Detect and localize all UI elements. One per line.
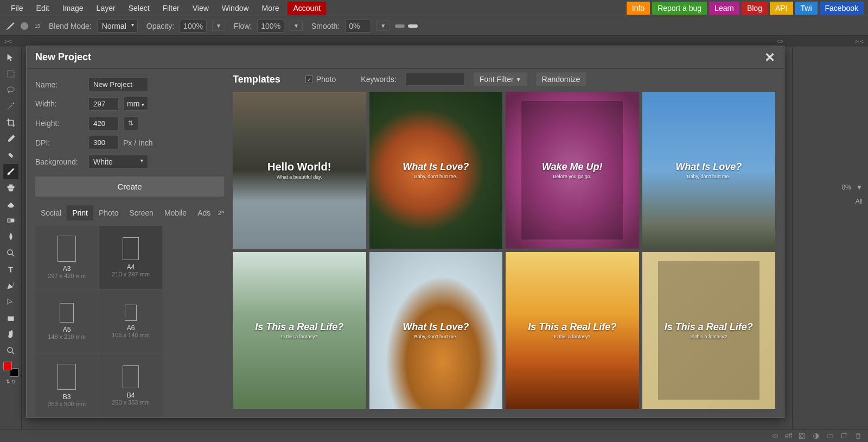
type-tool[interactable]: T xyxy=(3,262,18,277)
new-layer-icon[interactable] xyxy=(840,432,848,440)
link-info[interactable]: Info xyxy=(627,2,650,15)
blur-tool[interactable] xyxy=(3,229,18,244)
menu-filter[interactable]: Filter xyxy=(156,1,186,16)
folder-icon[interactable] xyxy=(826,432,834,440)
menu-select[interactable]: Select xyxy=(122,1,156,16)
template-card[interactable]: Wake Me Up!Before you go go. xyxy=(506,92,639,249)
template-card[interactable]: What Is Love?Baby, don't hurt me. xyxy=(369,252,503,409)
brush-tool-icon[interactable] xyxy=(4,21,15,31)
template-overlay: Is This a Real Life?Is this a fantasy? xyxy=(642,252,776,409)
menu-image[interactable]: Image xyxy=(56,1,90,16)
link-report-bug[interactable]: Report a bug xyxy=(652,2,707,15)
template-card[interactable]: Is This a Real Life?Is this a fantasy? xyxy=(506,252,639,409)
smooth-value[interactable]: 0% xyxy=(345,20,371,33)
font-filter-button[interactable]: Font Filter ▼ xyxy=(474,72,527,86)
eyedropper-tool[interactable] xyxy=(3,131,18,147)
link-api[interactable]: API xyxy=(770,2,793,15)
opacity-value[interactable]: 100% xyxy=(180,20,207,33)
template-subtitle: Is this a fantasy? xyxy=(665,334,753,339)
clone-stamp-tool[interactable] xyxy=(3,180,18,195)
svg-text:T: T xyxy=(8,266,12,274)
photo-checkbox-label: Photo xyxy=(316,75,336,84)
height-input[interactable] xyxy=(88,117,119,130)
dodge-tool[interactable] xyxy=(3,245,18,261)
menu-layer[interactable]: Layer xyxy=(90,1,122,16)
template-card[interactable]: What Is Love?Baby, don't hurt me. xyxy=(369,92,503,249)
unit-select[interactable]: mm xyxy=(123,97,148,111)
heal-tool[interactable] xyxy=(3,148,18,163)
menu-more[interactable]: More xyxy=(256,1,286,16)
photo-checkbox[interactable]: ✓ Photo xyxy=(305,75,336,84)
keywords-input[interactable] xyxy=(405,73,465,86)
link-blog[interactable]: Blog xyxy=(742,2,768,15)
adjustment-layer-icon[interactable] xyxy=(812,432,820,440)
preset-a3[interactable]: A3297 x 420 mm xyxy=(35,226,98,289)
hand-tool[interactable] xyxy=(3,327,18,342)
template-card[interactable]: What Is Love?Baby, don't hurt me. xyxy=(642,92,776,249)
menu-window[interactable]: Window xyxy=(215,1,256,16)
preset-b3[interactable]: B3353 x 500 mm xyxy=(35,354,98,417)
template-card[interactable]: Is This a Real Life?Is this a fantasy? xyxy=(233,252,366,409)
brush-preview-dot[interactable] xyxy=(21,22,28,30)
opacity-dropdown-icon[interactable]: ▼ xyxy=(212,21,225,31)
preset-tab-social[interactable]: Social xyxy=(35,205,67,220)
preset-a5[interactable]: A5148 x 210 mm xyxy=(35,290,98,353)
flow-value[interactable]: 100% xyxy=(257,20,284,33)
templates-title: Templates xyxy=(233,74,280,85)
menu-file[interactable]: File xyxy=(4,1,30,16)
crop-tool[interactable] xyxy=(3,115,18,130)
mask-icon[interactable] xyxy=(797,432,806,440)
power-of-two-toggle[interactable]: 2ᴺ xyxy=(218,210,224,217)
menu-edit[interactable]: Edit xyxy=(30,1,56,16)
preset-tab-mobile[interactable]: Mobile xyxy=(159,205,192,220)
dpi-input[interactable] xyxy=(88,136,119,149)
zoom-tool[interactable] xyxy=(3,343,18,358)
preset-a4[interactable]: A4210 x 297 mm xyxy=(99,226,162,289)
randomize-button[interactable]: Randomize xyxy=(536,72,586,86)
preset-b4[interactable]: B4250 x 353 mm xyxy=(99,354,162,417)
template-card[interactable]: Is This a Real Life?Is this a fantasy? xyxy=(642,252,776,409)
foreground-color-swatch[interactable] xyxy=(3,362,12,370)
move-tool[interactable] xyxy=(3,50,18,65)
preset-tab-photo[interactable]: Photo xyxy=(93,205,124,220)
brush-tool[interactable] xyxy=(3,164,18,179)
menu-view[interactable]: View xyxy=(186,1,215,16)
preset-tab-ads[interactable]: Ads xyxy=(192,205,216,220)
background-select[interactable]: White xyxy=(88,155,148,169)
preset-a6[interactable]: A6105 x 148 mm xyxy=(99,290,162,353)
link-icon[interactable] xyxy=(771,432,780,440)
template-subtitle: Is this a fantasy? xyxy=(528,334,616,339)
gradient-tool[interactable] xyxy=(3,213,18,228)
create-button[interactable]: Create xyxy=(35,176,224,197)
lasso-tool[interactable] xyxy=(3,83,18,98)
width-input[interactable] xyxy=(88,97,119,111)
eraser-tool[interactable] xyxy=(3,197,18,212)
link-facebook[interactable]: Facebook xyxy=(820,2,864,15)
brush-hardness-preview[interactable] xyxy=(395,24,418,28)
blend-mode-select[interactable]: Normal xyxy=(97,20,138,33)
preset-size: 353 x 500 mm xyxy=(48,401,86,407)
right-panel-all[interactable]: All xyxy=(798,198,863,205)
template-card[interactable]: Hello World!What a beautiful day. xyxy=(233,92,366,249)
rect-select-tool[interactable] xyxy=(3,66,18,81)
right-panel-dropdown-icon[interactable]: ▼ xyxy=(856,184,863,191)
magic-wand-tool[interactable] xyxy=(3,99,18,114)
swap-dimensions-button[interactable]: ⇅ xyxy=(123,116,138,130)
trash-icon[interactable] xyxy=(854,432,863,440)
close-button[interactable]: ✕ xyxy=(764,50,775,65)
flow-dropdown-icon[interactable]: ▼ xyxy=(290,21,303,31)
template-title: Hello World!What a beautiful day. xyxy=(267,161,331,180)
link-twitter[interactable]: Twi xyxy=(795,2,818,15)
default-colors-icon[interactable]: D xyxy=(11,379,15,384)
pen-tool[interactable] xyxy=(3,278,18,293)
name-input[interactable] xyxy=(88,78,148,91)
swap-colors-icon[interactable]: ⇅ xyxy=(6,379,10,384)
path-select-tool[interactable] xyxy=(3,294,18,310)
preset-tab-screen[interactable]: Screen xyxy=(124,205,159,220)
shape-tool[interactable] xyxy=(3,311,18,326)
link-learn[interactable]: Learn xyxy=(709,2,739,15)
preset-tab-print[interactable]: Print xyxy=(67,205,93,220)
smooth-dropdown-icon[interactable]: ▼ xyxy=(376,21,390,31)
menu-account[interactable]: Account xyxy=(288,2,326,15)
color-swatches[interactable] xyxy=(3,362,18,377)
